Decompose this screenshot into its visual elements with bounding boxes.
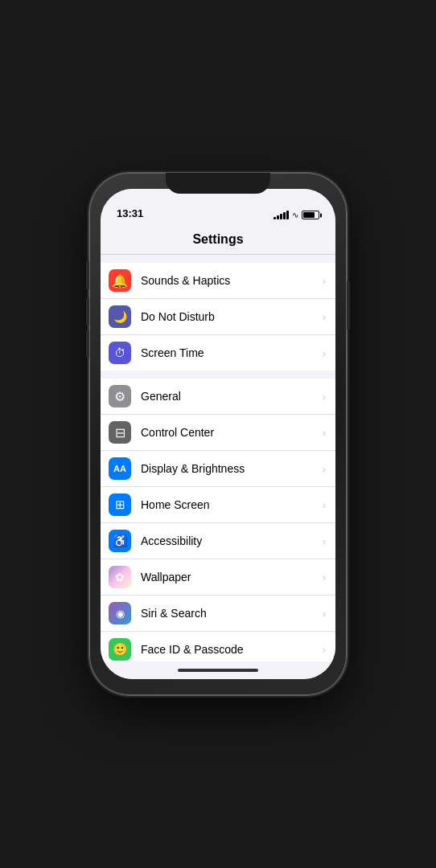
control-center-label: Control Center [141,426,319,439]
do-not-disturb-icon: 🌙 [109,305,131,328]
general-label: General [141,390,319,403]
sidebar-item-home-screen[interactable]: ⊞ Home Screen › [101,487,335,523]
accessibility-icon: ♿ [109,530,131,552]
siri-search-label: Siri & Search [141,607,319,620]
status-bar: 13:31 ∿ [101,189,335,224]
sidebar-item-display-brightness[interactable]: AA Display & Brightness › [101,451,335,487]
settings-section-2: ⚙ General › ⊟ Control Center › AA Displa… [101,379,335,661]
nav-bar: Settings [101,224,335,255]
home-screen-label: Home Screen [141,498,319,511]
accessibility-label: Accessibility [141,534,319,547]
sounds-icon: 🔔 [109,269,131,292]
face-id-chevron: › [323,644,326,656]
status-time: 13:31 [117,207,143,219]
sounds-label: Sounds & Haptics [141,274,319,287]
home-bar [178,669,258,672]
signal-bar-4 [283,212,286,219]
sounds-chevron: › [323,275,326,287]
face-id-icon: 🙂 [109,638,131,661]
general-chevron: › [323,391,326,403]
settings-list[interactable]: 🔔 Sounds & Haptics › 🌙 Do Not Disturb › … [101,255,335,661]
home-screen-icon: ⊞ [109,493,131,516]
sidebar-item-general[interactable]: ⚙ General › [101,379,335,415]
general-icon: ⚙ [109,385,131,407]
display-brightness-label: Display & Brightness [141,462,319,475]
sidebar-item-siri-search[interactable]: ◉ Siri & Search › [101,596,335,632]
face-id-label: Face ID & Passcode [141,643,319,656]
battery-icon [302,211,319,219]
wallpaper-label: Wallpaper [141,571,319,583]
signal-bar-2 [277,215,279,219]
phone-screen: 13:31 ∿ Settings [101,189,335,679]
do-not-disturb-chevron: › [323,311,326,323]
display-brightness-chevron: › [323,463,326,475]
signal-bars-icon [274,211,289,219]
home-indicator [101,661,335,679]
signal-bar-5 [286,211,289,219]
settings-section-1: 🔔 Sounds & Haptics › 🌙 Do Not Disturb › … [101,263,335,371]
screen-time-label: Screen Time [141,346,319,359]
accessibility-chevron: › [323,535,326,547]
siri-search-chevron: › [323,608,326,620]
phone-frame: 13:31 ∿ Settings [89,173,347,695]
battery-fill [303,212,315,218]
sidebar-item-sounds[interactable]: 🔔 Sounds & Haptics › [101,263,335,299]
home-screen-chevron: › [323,499,326,511]
status-icons: ∿ [274,211,319,219]
page-title: Settings [192,232,243,247]
screen-time-chevron: › [323,347,326,359]
do-not-disturb-label: Do Not Disturb [141,310,319,323]
sidebar-item-accessibility[interactable]: ♿ Accessibility › [101,523,335,559]
siri-search-icon: ◉ [109,602,131,624]
control-center-icon: ⊟ [109,421,131,444]
sidebar-item-do-not-disturb[interactable]: 🌙 Do Not Disturb › [101,299,335,335]
wallpaper-chevron: › [323,571,326,583]
signal-bar-1 [274,217,276,219]
screen-time-icon: ⏱ [109,342,131,364]
sidebar-item-control-center[interactable]: ⊟ Control Center › [101,415,335,451]
wifi-icon: ∿ [292,211,298,219]
signal-bar-3 [280,214,282,219]
control-center-chevron: › [323,427,326,439]
sidebar-item-face-id[interactable]: 🙂 Face ID & Passcode › [101,632,335,661]
sidebar-item-screen-time[interactable]: ⏱ Screen Time › [101,335,335,371]
sidebar-item-wallpaper[interactable]: ✿ Wallpaper › [101,559,335,596]
wallpaper-icon: ✿ [109,566,131,588]
display-brightness-icon: AA [109,457,131,480]
notch [166,173,270,194]
